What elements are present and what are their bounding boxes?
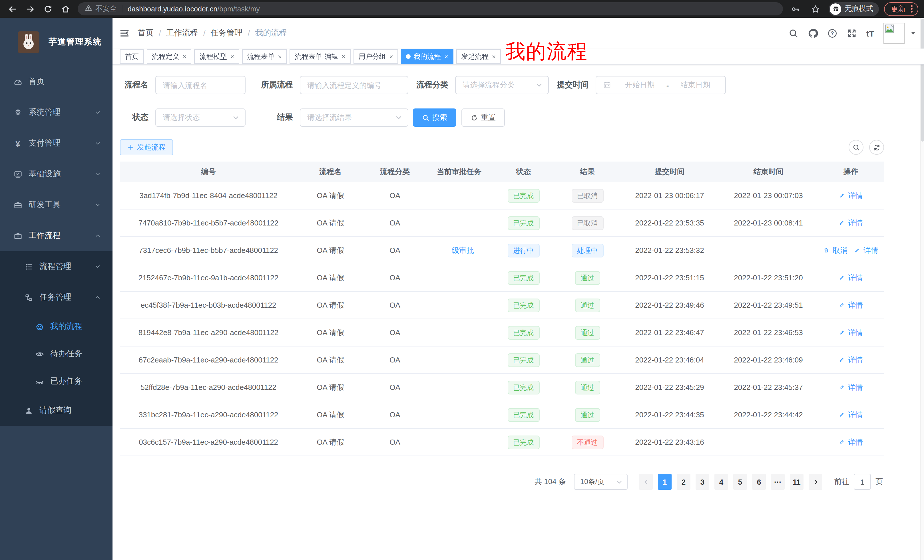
tab-首页[interactable]: 首页	[120, 49, 144, 64]
submit-time-range-picker[interactable]: 开始日期 - 结束日期	[596, 76, 726, 94]
fullscreen-icon[interactable]	[847, 28, 856, 38]
goto-suffix: 页	[876, 477, 883, 487]
reload-icon[interactable]	[41, 2, 55, 16]
tab-我的流程[interactable]: 我的流程×	[401, 49, 453, 64]
home-icon[interactable]	[59, 2, 72, 16]
font-size-icon[interactable]: tT	[866, 28, 874, 38]
page-size-select[interactable]: 10条/页	[574, 474, 628, 490]
sidebar-item-workflow[interactable]: 工作流程	[0, 220, 112, 251]
sidebar-item-home[interactable]: 首页	[0, 66, 112, 97]
page-button-1[interactable]: 1	[658, 474, 672, 490]
search-icon[interactable]	[789, 28, 798, 38]
sidebar-item-todo-tasks[interactable]: 待办任务	[0, 340, 112, 368]
forward-icon[interactable]	[23, 2, 37, 16]
status-badge: 已完成	[507, 216, 539, 230]
result-select[interactable]: 请选择流结果	[300, 108, 408, 127]
breadcrumb-item[interactable]: 首页	[138, 28, 154, 38]
tab-流程定义[interactable]: 流程定义×	[147, 49, 192, 64]
tab-close-icon[interactable]: ×	[444, 53, 448, 60]
sidebar-item-my-process[interactable]: 我的流程	[0, 313, 112, 340]
page-button-2[interactable]: 2	[677, 474, 690, 490]
detail-action-link[interactable]: 详情	[839, 355, 863, 365]
sidebar-item-system[interactable]: 系统管理	[0, 97, 112, 128]
detail-action-link[interactable]: 详情	[839, 300, 863, 310]
page-scrollbar[interactable]	[920, 18, 924, 560]
process-category-cell: OA	[364, 273, 426, 282]
next-page-button[interactable]	[808, 474, 822, 490]
update-browser-button[interactable]: 更新	[884, 2, 918, 16]
sidebar-item-devtools[interactable]: 研发工具	[0, 190, 112, 220]
detail-action-link[interactable]: 详情	[839, 382, 863, 392]
category-select[interactable]: 请选择流程分类	[455, 76, 549, 94]
detail-action-link[interactable]: 详情	[839, 327, 863, 338]
tab-发起流程[interactable]: 发起流程×	[456, 49, 501, 64]
avatar-caret-icon[interactable]	[910, 30, 916, 36]
detail-action-link[interactable]: 详情	[839, 190, 863, 201]
scrollbar-thumb[interactable]	[921, 19, 924, 142]
detail-action-link[interactable]: 详情	[839, 437, 863, 447]
reset-button[interactable]: 重置	[461, 108, 505, 127]
result-badge: 已取消	[572, 189, 603, 202]
page-button-5[interactable]: 5	[733, 474, 747, 490]
detail-action-link[interactable]: 详情	[839, 218, 863, 228]
sidebar-item-infra[interactable]: 基础设施	[0, 159, 112, 190]
breadcrumb-item[interactable]: 工作流程	[166, 28, 198, 38]
app-logo-row[interactable]: 芋道管理系统	[0, 18, 112, 66]
process-name-input[interactable]	[155, 76, 246, 94]
status-badge: 已完成	[507, 298, 539, 312]
start-date-placeholder: 开始日期	[617, 80, 663, 90]
goto-page-input[interactable]	[854, 474, 871, 490]
edit-icon	[839, 383, 846, 391]
tab-用户分组[interactable]: 用户分组×	[354, 49, 398, 64]
breadcrumb-item[interactable]: 任务管理	[211, 28, 243, 38]
tab-close-icon[interactable]: ×	[492, 53, 496, 60]
tab-流程表单-编辑[interactable]: 流程表单-编辑×	[290, 49, 351, 64]
tab-close-icon[interactable]: ×	[390, 53, 393, 60]
sidebar-collapse-icon[interactable]	[119, 28, 130, 38]
page-button-6[interactable]: 6	[752, 474, 766, 490]
password-key-icon[interactable]	[789, 2, 802, 16]
process-name-cell: OA 请假	[297, 218, 364, 228]
sidebar-item-label: 支付管理	[28, 138, 60, 148]
breadcrumb: 首页/工作流程/任务管理/我的流程	[138, 28, 287, 38]
tab-close-icon[interactable]: ×	[342, 53, 345, 60]
status-select[interactable]: 请选择状态	[155, 108, 246, 127]
result-cell: 通过	[555, 298, 620, 312]
process-category-cell: OA	[364, 383, 426, 392]
tab-close-icon[interactable]: ×	[230, 53, 234, 60]
url-bar[interactable]: 不安全 dashboard.yudao.iocoder.cn/bpm/task/…	[78, 2, 783, 15]
detail-action-link[interactable]: 详情	[854, 245, 878, 256]
sidebar-item-leave-query[interactable]: 请假查询	[0, 395, 112, 426]
bookmark-star-icon[interactable]	[808, 2, 822, 16]
show-search-toggle-button[interactable]	[849, 140, 864, 155]
search-button[interactable]: 搜索	[413, 108, 456, 127]
refresh-table-button[interactable]	[869, 140, 884, 155]
tab-流程模型[interactable]: 流程模型×	[195, 49, 239, 64]
page-button-3[interactable]: 3	[696, 474, 709, 490]
detail-action-link[interactable]: 详情	[839, 410, 863, 420]
sidebar-item-process-mgmt[interactable]: 流程管理	[0, 251, 112, 282]
sidebar-item-task-mgmt[interactable]: 任务管理	[0, 282, 112, 313]
help-icon[interactable]: ?	[828, 28, 837, 38]
current-task-link[interactable]: 一级审批	[444, 245, 474, 256]
process-category-cell: OA	[364, 328, 426, 337]
prev-page-button[interactable]	[639, 474, 653, 490]
sidebar-item-done-tasks[interactable]: 已办任务	[0, 368, 112, 395]
app-title: 芋道管理系统	[48, 36, 102, 47]
github-icon[interactable]	[808, 28, 818, 38]
page-ellipsis[interactable]: ···	[771, 474, 784, 490]
sidebar-item-payment[interactable]: ¥支付管理	[0, 128, 112, 159]
parent-process-input[interactable]	[300, 76, 408, 94]
tab-close-icon[interactable]: ×	[278, 53, 282, 60]
page-button-4[interactable]: 4	[714, 474, 728, 490]
tab-流程表单[interactable]: 流程表单×	[242, 49, 287, 64]
back-icon[interactable]	[6, 2, 20, 16]
detail-action-link[interactable]: 详情	[839, 273, 863, 283]
cancel-action-link[interactable]: 取消	[824, 245, 848, 256]
create-process-button[interactable]: 发起流程	[120, 139, 173, 155]
page-button-11[interactable]: 11	[790, 474, 804, 490]
browser-menu-icon[interactable]	[909, 4, 914, 14]
avatar[interactable]	[884, 22, 904, 44]
tab-close-icon[interactable]: ×	[183, 53, 186, 60]
process-id-cell: ec45f38f-7b9a-11ec-b03b-acde48001122	[120, 301, 297, 309]
